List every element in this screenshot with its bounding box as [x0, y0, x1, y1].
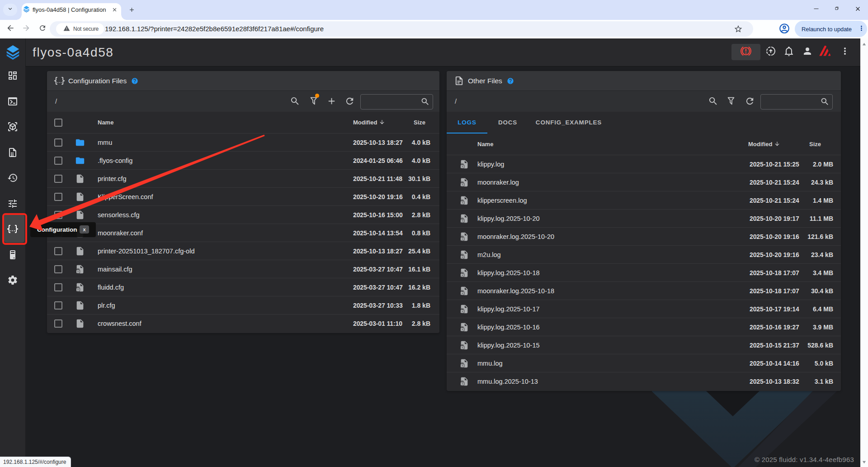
profile-button[interactable] — [778, 23, 790, 36]
sidebar-item-tune[interactable] — [7, 199, 18, 210]
file-row-printer.cfg[interactable]: printer.cfg2025-10-21 11:4830.1 kB — [47, 170, 439, 188]
file-row-.flyos-config[interactable]: .flyos-config2024-01-25 06:464.0 kB — [47, 152, 439, 170]
browser-tab[interactable]: flyos-0a4d58 | Configuration — [22, 3, 121, 20]
file-row-crowsnest.conf[interactable]: crowsnest.conf2025-03-01 11:102.8 kB — [47, 315, 439, 333]
chevron-down-icon — [7, 5, 14, 14]
sidebar-item-settings[interactable] — [7, 276, 18, 286]
file-row-klippy.log.2025-10-20[interactable]: klippy.log.2025-10-202025-10-20 19:1711.… — [447, 210, 841, 228]
file-size: 30.1 kB — [376, 170, 430, 188]
column-header-modified[interactable]: Modified — [748, 133, 780, 155]
file-row-mmu[interactable]: mmu2025-10-13 18:274.0 kB — [47, 133, 439, 152]
filter-button[interactable] — [308, 96, 319, 107]
file-row-moonraker.log.2025-10-18[interactable]: moonraker.log.2025-10-182025-10-18 17:07… — [447, 282, 841, 300]
search-icon — [290, 96, 300, 108]
tab-logs[interactable]: LOGS — [447, 112, 487, 133]
search-icon — [820, 97, 830, 108]
refresh-button[interactable] — [344, 96, 355, 107]
tab-close-icon[interactable] — [111, 6, 118, 14]
sidebar-item-dashboard[interactable] — [7, 71, 18, 82]
file-row-m2u.log[interactable]: m2u.log2025-10-20 19:1623.4 kB — [447, 246, 841, 264]
column-header-modified[interactable]: Modified — [353, 112, 385, 133]
tooltip-close-button[interactable]: x — [80, 225, 89, 234]
breadcrumb[interactable]: / — [55, 91, 57, 112]
file-row-klippy.log.2025-10-16[interactable]: klippy.log.2025-10-162025-10-16 19:273.9… — [447, 318, 841, 336]
sidebar-item-history[interactable] — [7, 173, 18, 184]
relaunch-button[interactable]: Relaunch to update — [795, 21, 867, 37]
window-minimize-button[interactable] — [806, 0, 826, 19]
vendor-logo-button[interactable] — [816, 43, 834, 61]
file-name: klippy.log.2025-10-15 — [477, 336, 540, 354]
page-scrollbar[interactable] — [860, 38, 868, 467]
column-header-size[interactable]: Size — [809, 133, 821, 155]
file-row-fluidd.cfg[interactable]: fluidd.cfg2025-03-27 10:4716.2 kB — [47, 278, 439, 296]
back-button[interactable] — [5, 24, 16, 34]
file-lock-icon — [459, 358, 470, 369]
back-icon — [6, 24, 15, 34]
file-row-plr.cfg[interactable]: plr.cfg2025-03-27 10:331.8 kB — [47, 296, 439, 315]
row-checkbox[interactable] — [54, 193, 62, 201]
search-button[interactable] — [708, 96, 718, 107]
user-account-button[interactable] — [802, 47, 813, 57]
row-checkbox[interactable] — [54, 301, 62, 310]
file-row-klippy.log.2025-10-17[interactable]: klippy.log.2025-10-172025-10-17 19:146.4… — [447, 300, 841, 318]
help-icon[interactable] — [507, 77, 514, 85]
help-icon[interactable] — [131, 77, 138, 85]
emergency-stop-button[interactable] — [731, 44, 760, 60]
window-maximize-button[interactable] — [826, 0, 847, 19]
row-checkbox[interactable] — [54, 283, 62, 291]
row-checkbox[interactable] — [54, 138, 62, 147]
tab-search-button[interactable] — [3, 4, 17, 16]
file-row-klippy.log.2025-10-15[interactable]: klippy.log.2025-10-152025-10-15 21:37528… — [447, 336, 841, 354]
window-close-button[interactable] — [847, 0, 868, 19]
select-all-checkbox[interactable] — [54, 119, 62, 127]
file-row-mainsail.cfg[interactable]: mainsail.cfg2025-03-27 10:4716.1 kB — [47, 260, 439, 278]
row-checkbox[interactable] — [54, 157, 62, 165]
sidebar-item-system[interactable] — [7, 250, 18, 261]
row-checkbox[interactable] — [54, 175, 62, 183]
column-header-size[interactable]: Size — [414, 112, 425, 133]
new-tab-button[interactable] — [126, 5, 137, 16]
row-checkbox[interactable] — [54, 265, 62, 273]
filter-button[interactable] — [726, 96, 736, 107]
row-checkbox[interactable] — [54, 319, 62, 328]
bookmark-button[interactable] — [734, 24, 743, 35]
row-checkbox[interactable] — [54, 247, 62, 255]
add-file-button[interactable] — [326, 96, 337, 107]
security-chip[interactable]: Not secure — [56, 23, 104, 35]
file-row-moonraker.conf[interactable]: moonraker.conf2025-10-14 13:540.8 kB — [47, 224, 439, 242]
column-header-name[interactable]: Name — [98, 112, 113, 133]
breadcrumb[interactable]: / — [455, 91, 457, 112]
column-header-name[interactable]: Name — [477, 133, 493, 155]
file-row-moonraker.log[interactable]: moonraker.log2025-10-21 15:2424.3 kB — [447, 173, 841, 191]
row-checkbox[interactable] — [54, 211, 62, 219]
address-bar[interactable]: Not secure 192.168.1.125/?printer=24282e… — [50, 21, 753, 37]
file-lock-icon — [459, 376, 470, 387]
file-row-printer-20251013_182707.cfg-old[interactable]: printer-20251013_182707.cfg-old2025-10-1… — [47, 242, 439, 260]
sidebar-item-jobs[interactable] — [7, 148, 18, 159]
file-row-sensorless.cfg[interactable]: sensorless.cfg2025-10-16 15:002.8 kB — [47, 206, 439, 224]
scroll-up-arrow[interactable] — [860, 40, 868, 48]
file-row-klippy.log[interactable]: klippy.log2025-10-21 15:252.0 MB — [447, 155, 841, 173]
file-row-klipperscreen.log[interactable]: klipperscreen.log2025-10-21 15:241.4 MB — [447, 191, 841, 210]
notifications-button[interactable] — [783, 47, 794, 57]
filter-icon — [726, 96, 736, 108]
file-row-mmu.log[interactable]: mmu.log2025-10-14 14:165.0 kB — [447, 354, 841, 372]
sidebar-item-gcode-preview[interactable] — [7, 122, 18, 133]
browser-menu-icon[interactable] — [858, 24, 865, 34]
file-row-mmu.log.2025-10-13[interactable]: mmu.log.2025-10-132025-10-13 18:323.1 kB — [447, 372, 841, 391]
file-search-input[interactable] — [360, 94, 433, 110]
forward-button[interactable] — [21, 24, 32, 34]
search-button[interactable] — [289, 96, 300, 107]
file-row-klippy.log.2025-10-18[interactable]: klippy.log.2025-10-182025-10-18 17:073.4… — [447, 264, 841, 282]
file-row-moonraker.log.2025-10-20[interactable]: moonraker.log.2025-10-202025-10-20 19:16… — [447, 228, 841, 246]
tab-docs[interactable]: DOCS — [487, 112, 528, 133]
tab-config_examples[interactable]: CONFIG_EXAMPLES — [528, 112, 609, 133]
scroll-down-arrow[interactable] — [860, 458, 868, 466]
software-update-button[interactable] — [765, 47, 776, 57]
file-row-KlipperScreen.conf[interactable]: KlipperScreen.conf2025-10-20 19:160.4 kB — [47, 188, 439, 206]
sidebar-item-console[interactable] — [7, 97, 18, 108]
reload-button[interactable] — [37, 24, 48, 34]
app-menu-button[interactable] — [840, 47, 850, 57]
file-search-input[interactable] — [760, 94, 833, 110]
refresh-button[interactable] — [744, 96, 755, 107]
